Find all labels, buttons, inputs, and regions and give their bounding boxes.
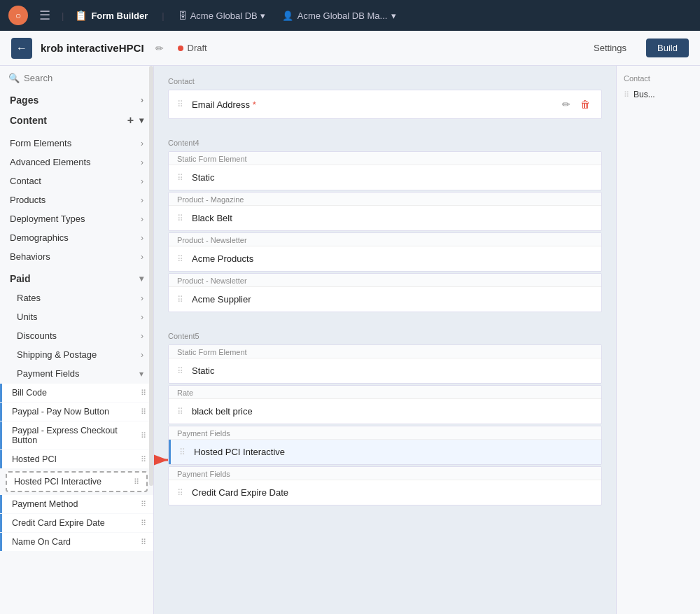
advanced-elements-arrow: › bbox=[141, 158, 144, 167]
demographics-arrow: › bbox=[141, 233, 144, 243]
shipping-label: Shipping & Postage bbox=[17, 349, 97, 360]
static-2-drag[interactable]: ⠿ bbox=[177, 366, 183, 376]
search-icon: 🔍 bbox=[8, 73, 20, 83]
black-belt-price-row: ⠿ black belt price bbox=[169, 399, 601, 424]
contact-section: Contact ⠿ Email Address * ✏ 🗑 bbox=[154, 66, 616, 119]
db-icon: 🗄 bbox=[178, 11, 188, 21]
sidebar-item-contact[interactable]: Contact › bbox=[0, 172, 153, 190]
user-icon: 👤 bbox=[282, 11, 293, 21]
sidebar-field-cc-expire[interactable]: Credit Card Expire Date ⠿ bbox=[0, 514, 153, 532]
sidebar: 🔍 Pages › Content + ▾ Form Elements › Ad… bbox=[0, 66, 154, 614]
sidebar-item-demographics[interactable]: Demographics › bbox=[0, 228, 153, 247]
sidebar-item-rates[interactable]: Rates › bbox=[0, 288, 153, 307]
black-belt-drag[interactable]: ⠿ bbox=[177, 214, 183, 223]
page-title: krob interactiveHPCI bbox=[41, 42, 144, 54]
form-builder-icon: 📋 bbox=[75, 10, 87, 21]
build-button[interactable]: Build bbox=[646, 39, 689, 57]
static-field-row-1: ⠿ Static bbox=[169, 165, 601, 190]
paid-label: Paid bbox=[10, 273, 31, 284]
deployment-types-arrow: › bbox=[141, 214, 144, 224]
acme-supplier-drag[interactable]: ⠿ bbox=[177, 295, 183, 305]
sidebar-item-behaviors[interactable]: Behaviors › bbox=[0, 247, 153, 266]
top-nav: ○ ☰ | 📋 Form Builder | 🗄 Acme Global DB … bbox=[0, 0, 700, 31]
draft-label: Draft bbox=[188, 43, 207, 53]
sidebar-item-form-elements[interactable]: Form Elements › bbox=[0, 134, 153, 153]
settings-button[interactable]: Settings bbox=[582, 39, 638, 57]
payment-fields-group-label-2: Payment Fields bbox=[169, 467, 601, 480]
back-icon: ← bbox=[16, 42, 27, 55]
payment-fields-group-label-1: Payment Fields bbox=[169, 426, 601, 440]
form-elements-label: Form Elements bbox=[10, 138, 71, 148]
payment-method-label: Payment Method bbox=[12, 499, 78, 509]
hosted-pci-interactive-drop-label: Hosted PCI Interactive bbox=[14, 477, 102, 487]
form-elements-arrow: › bbox=[141, 139, 144, 148]
sidebar-item-products[interactable]: Products › bbox=[0, 190, 153, 209]
paypal-pay-now-label: Paypal - Pay Now Button bbox=[12, 407, 109, 417]
sidebar-field-payment-method[interactable]: Payment Method ⠿ bbox=[0, 495, 153, 513]
shipping-arrow: › bbox=[141, 350, 144, 360]
paypal-pay-now-drag: ⠿ bbox=[141, 407, 146, 417]
contact-section-label: Contact bbox=[154, 66, 616, 90]
sidebar-field-paypal-pay-now[interactable]: Paypal - Pay Now Button ⠿ bbox=[0, 403, 153, 421]
sidebar-field-bill-code[interactable]: Bill Code ⠿ bbox=[0, 384, 153, 402]
sidebar-field-name-on-card[interactable]: Name On Card ⠿ bbox=[0, 533, 153, 551]
sidebar-field-hosted-pci[interactable]: Hosted PCI ⠿ bbox=[0, 450, 153, 468]
sidebar-item-pages[interactable]: Pages › bbox=[0, 90, 153, 110]
email-field-name: Email Address * bbox=[192, 99, 554, 110]
sidebar-item-shipping[interactable]: Shipping & Postage › bbox=[0, 345, 153, 364]
name-on-card-label: Name On Card bbox=[12, 537, 71, 547]
right-panel: Contact ⠿ Bus... bbox=[616, 66, 700, 614]
acme-supplier-field-row: ⠿ Acme Supplier bbox=[169, 287, 601, 312]
email-delete-button[interactable]: 🗑 bbox=[578, 97, 593, 111]
sidebar-item-units[interactable]: Units › bbox=[0, 307, 153, 326]
black-belt-field-row: ⠿ Black Belt bbox=[169, 206, 601, 230]
black-belt-price-name: black belt price bbox=[192, 406, 593, 417]
email-edit-button[interactable]: ✏ bbox=[559, 97, 573, 111]
sidebar-search: 🔍 bbox=[0, 66, 153, 90]
sidebar-field-paypal-express[interactable]: Paypal - Express Checkout Button ⠿ bbox=[0, 421, 153, 449]
payment-fields-list: Bill Code ⠿ Paypal - Pay Now Button ⠿ Pa… bbox=[0, 384, 153, 551]
email-drag-handle[interactable]: ⠿ bbox=[177, 99, 183, 109]
acme-supplier-name: Acme Supplier bbox=[192, 294, 593, 305]
units-label: Units bbox=[17, 312, 38, 322]
sidebar-item-advanced-elements[interactable]: Advanced Elements › bbox=[0, 153, 153, 172]
cc-expire-field-drag[interactable]: ⠿ bbox=[177, 488, 183, 498]
sidebar-item-payment-fields[interactable]: Payment Fields ▾ bbox=[0, 364, 153, 383]
acme-products-field-row: ⠿ Acme Products bbox=[169, 246, 601, 271]
email-field-actions: ✏ 🗑 bbox=[559, 97, 593, 111]
db-dropdown[interactable]: 🗄 Acme Global DB ▾ bbox=[178, 11, 265, 21]
required-indicator: * bbox=[253, 99, 256, 110]
sidebar-nav: Form Elements › Advanced Elements › Cont… bbox=[0, 131, 153, 269]
units-arrow: › bbox=[141, 312, 144, 322]
search-input[interactable] bbox=[24, 73, 145, 83]
payment-fields-label: Payment Fields bbox=[17, 368, 80, 379]
demographics-label: Demographics bbox=[10, 232, 69, 243]
sidebar-item-discounts[interactable]: Discounts › bbox=[0, 326, 153, 345]
black-belt-group: Product - Magazine ⠿ Black Belt bbox=[168, 192, 602, 231]
discounts-label: Discounts bbox=[17, 330, 57, 341]
black-belt-price-drag[interactable]: ⠿ bbox=[177, 407, 183, 417]
acme-products-group-label: Product - Newsletter bbox=[169, 233, 601, 246]
right-panel-bus-item: ⠿ Bus... bbox=[617, 85, 700, 104]
cc-expire-field-row: ⠿ Credit Card Expire Date bbox=[169, 480, 601, 505]
hosted-pci-interactive-name: Hosted PCI Interactive bbox=[194, 447, 593, 457]
email-field-row: ⠿ Email Address * ✏ 🗑 bbox=[169, 90, 601, 118]
hosted-pci-interactive-drag[interactable]: ⠿ bbox=[179, 447, 186, 457]
user-name: Acme Global DB Ma... bbox=[298, 11, 388, 21]
draft-dot bbox=[178, 46, 183, 51]
hamburger-icon[interactable]: ☰ bbox=[39, 8, 50, 23]
static-1-drag[interactable]: ⠿ bbox=[177, 173, 183, 183]
back-button[interactable]: ← bbox=[11, 38, 32, 59]
right-panel-drag: ⠿ bbox=[624, 90, 629, 99]
paid-arrow: ▾ bbox=[139, 274, 144, 284]
sidebar-item-deployment-types[interactable]: Deployment Types › bbox=[0, 209, 153, 228]
content-collapse-icon[interactable]: ▾ bbox=[139, 116, 144, 125]
db-dropdown-arrow: ▾ bbox=[260, 11, 265, 21]
user-dropdown[interactable]: 👤 Acme Global DB Ma... ▾ bbox=[282, 11, 397, 21]
content-add-icon[interactable]: + bbox=[127, 114, 134, 127]
paid-toggle[interactable]: Paid ▾ bbox=[0, 269, 153, 288]
static-field-row-2: ⠿ Static bbox=[169, 358, 601, 383]
edit-icon[interactable]: ✏ bbox=[155, 43, 164, 54]
acme-products-drag[interactable]: ⠿ bbox=[177, 254, 183, 264]
content5-section: Content5 Static Form Element ⠿ Static Ra… bbox=[154, 321, 616, 505]
